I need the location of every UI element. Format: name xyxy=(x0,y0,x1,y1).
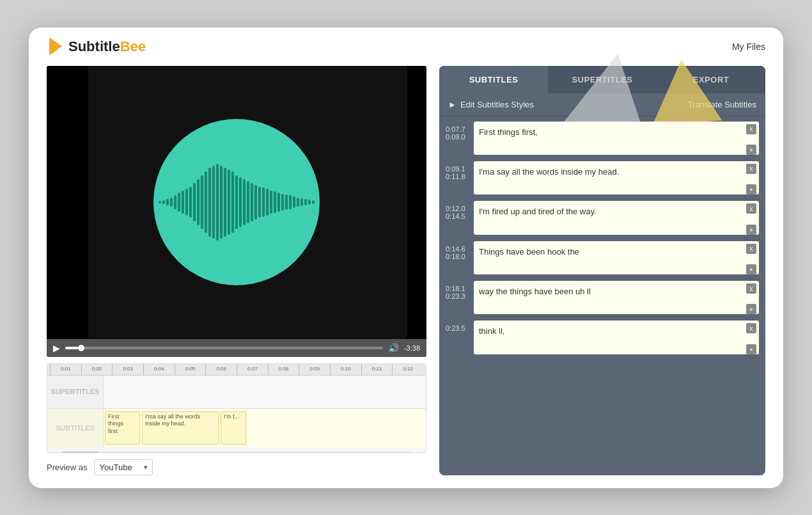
subtitle-text-input[interactable]: First things first, xyxy=(474,122,759,155)
ruler-mark: 0:10 xyxy=(330,364,361,376)
waveform-bar xyxy=(254,185,257,219)
waveform-bar xyxy=(216,164,219,241)
play-button[interactable]: ▶ xyxy=(53,343,60,353)
waveform-bar xyxy=(159,201,161,203)
chevron-right-icon: ► xyxy=(448,100,457,109)
ruler-mark: 0:07 xyxy=(237,364,268,376)
scroll-left-arrow[interactable]: ◀ xyxy=(50,448,58,453)
video-right-bar xyxy=(407,66,426,339)
subtitle-input-wrap: I'm fired up and tired of the way. x + xyxy=(474,201,759,237)
video-controls: ▶ 🔊 -3:38 xyxy=(47,339,426,357)
ruler-mark: 0:12 xyxy=(392,364,423,376)
edit-styles-button[interactable]: ► Edit Subtitles Styles xyxy=(448,100,534,109)
waveform-bar xyxy=(193,183,196,221)
subtitles-track-content: First things first.I'ma say all the word… xyxy=(104,409,426,447)
waveform-bar xyxy=(185,189,188,216)
remove-subtitle-button[interactable]: x xyxy=(746,283,756,294)
scrollbar-thumb xyxy=(61,452,99,453)
teal-circle xyxy=(153,119,320,285)
subtitle-chip: I'ma say all the words inside my head. xyxy=(142,411,219,445)
video-screen xyxy=(47,66,426,339)
waveform-bar xyxy=(289,195,292,209)
remove-subtitle-button[interactable]: x xyxy=(746,244,756,254)
preview-select[interactable]: YouTube Facebook Instagram Twitter xyxy=(94,459,153,475)
subtitles-list: 0:07.7 0:09.0 First things first, x + 0:… xyxy=(439,116,765,475)
waveform-bar xyxy=(182,191,184,214)
logo-bee: Bee xyxy=(120,38,146,54)
waveform xyxy=(159,157,315,247)
timeline-container: 0:010:020:030:040:050:060:070:080:090:10… xyxy=(47,363,426,453)
progress-bar[interactable] xyxy=(65,347,383,349)
logo-icon xyxy=(47,38,65,56)
waveform-bar xyxy=(258,187,261,218)
ruler-mark: 0:05 xyxy=(175,364,206,376)
add-subtitle-button[interactable]: + xyxy=(746,344,756,354)
main-content: ▶ 🔊 -3:38 0:010:020:030:040:050:060:070:… xyxy=(29,66,783,488)
tab-subtitles[interactable]: SUBTITLES xyxy=(439,66,548,93)
volume-icon[interactable]: 🔊 xyxy=(388,343,399,353)
add-subtitle-button[interactable]: + xyxy=(746,225,756,235)
subtitle-input-wrap: Things have been hook the x + xyxy=(474,241,759,277)
time-display: -3:38 xyxy=(404,344,420,352)
ruler-mark: 0:03 xyxy=(112,364,143,376)
add-subtitle-button[interactable]: + xyxy=(746,264,756,274)
waveform-bar xyxy=(277,193,280,212)
subtitle-end: 0:18.0 xyxy=(446,253,470,260)
subtitle-item: 0:12.0 0:14.5 I'm fired up and tired of … xyxy=(446,201,759,237)
add-subtitle-button[interactable]: + xyxy=(746,184,756,194)
supertitles-track-label: SUPERTITLES xyxy=(47,376,104,408)
ruler-marks: 0:010:020:030:040:050:060:070:080:090:10… xyxy=(50,364,423,376)
subtitle-chip: First things first. xyxy=(105,411,140,445)
subtitles-track-label: SUBTITLES xyxy=(47,409,104,447)
waveform-bar xyxy=(293,196,295,208)
right-panel: SUBTITLES SUPERTITLES EXPORT ► Edit Subt… xyxy=(439,66,765,475)
remove-subtitle-button[interactable]: x xyxy=(746,323,756,333)
waveform-bar xyxy=(308,200,311,204)
track-subtitles: SUBTITLES First things first.I'ma say al… xyxy=(47,409,426,447)
waveform-bar xyxy=(251,183,253,221)
subtitle-text-input[interactable]: I'm fired up and tired of the way. xyxy=(474,201,759,234)
subtitle-end: 0:09.0 xyxy=(446,133,470,141)
waveform-bar xyxy=(270,191,272,214)
scrollbar-track[interactable] xyxy=(61,452,412,453)
subtitle-text-input[interactable]: way the things have been uh ll xyxy=(474,281,759,314)
waveform-bar xyxy=(197,179,199,225)
subtitle-text-input[interactable]: Things have been hook the xyxy=(474,241,759,274)
waveform-bar xyxy=(247,181,249,223)
subtitle-start: 0:12.0 xyxy=(446,205,470,212)
subtitle-input-wrap: First things first, x + xyxy=(474,122,759,157)
subtitle-item: 0:14.6 0:18.0 Things have been hook the … xyxy=(446,241,759,277)
subtitle-start: 0:18.1 xyxy=(446,285,470,292)
logo-subtitle: Subtitle xyxy=(68,38,120,54)
subtitle-times: 0:14.6 0:18.0 xyxy=(446,241,470,260)
remove-subtitle-button[interactable]: x xyxy=(746,164,756,174)
ruler-mark: 0:08 xyxy=(268,364,299,376)
add-subtitle-button[interactable]: + xyxy=(746,145,756,155)
logo-text: SubtitleBee xyxy=(68,38,146,55)
add-subtitle-button[interactable]: + xyxy=(746,304,756,314)
ruler-mark: 0:04 xyxy=(143,364,175,376)
waveform-bar xyxy=(201,175,203,229)
subtitle-text-input[interactable]: I'ma say all the words inside my head. xyxy=(474,161,759,194)
subtitle-input-wrap: think ll, x + xyxy=(474,321,759,356)
remove-subtitle-button[interactable]: x xyxy=(746,124,756,134)
subtitle-end: 0:14.5 xyxy=(446,212,470,220)
subtitle-item: 0:07.7 0:09.0 First things first, x + xyxy=(446,122,759,157)
subtitle-text-input[interactable]: think ll, xyxy=(474,321,759,354)
waveform-bar xyxy=(285,194,288,210)
left-panel: ▶ 🔊 -3:38 0:010:020:030:040:050:060:070:… xyxy=(47,66,426,475)
subtitle-input-wrap: way the things have been uh ll x + xyxy=(474,281,759,317)
waveform-bar xyxy=(178,193,180,212)
scroll-right-arrow[interactable]: ▶ xyxy=(415,448,423,453)
subtitle-times: 0:18.1 0:23.3 xyxy=(446,281,470,300)
waveform-bar xyxy=(301,198,303,206)
waveform-bar xyxy=(297,198,299,207)
remove-subtitle-button[interactable]: x xyxy=(746,203,756,214)
waveform-bar xyxy=(312,200,315,204)
waveform-bar xyxy=(224,168,226,237)
video-player: ▶ 🔊 -3:38 xyxy=(47,66,426,357)
supertitles-track-content xyxy=(104,376,426,408)
preview-label: Preview as xyxy=(47,463,88,472)
my-files-link[interactable]: My Files xyxy=(732,42,765,52)
preview-row: Preview as YouTube Facebook Instagram Tw… xyxy=(47,459,426,475)
